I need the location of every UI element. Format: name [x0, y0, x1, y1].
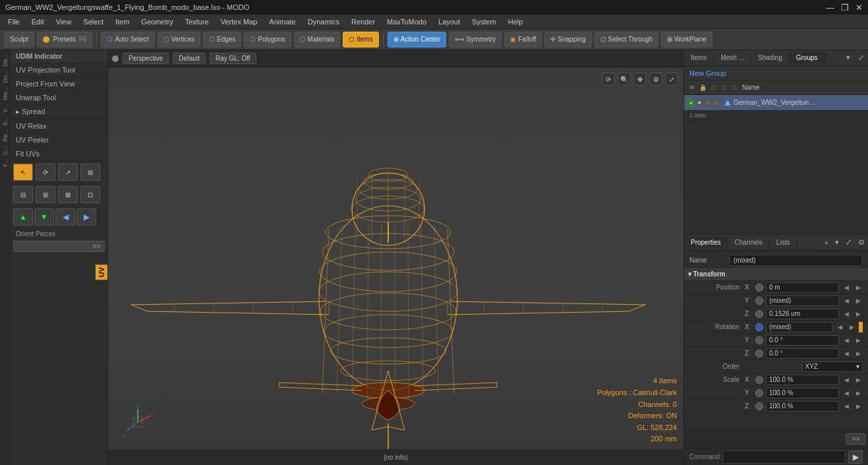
tab-lists[interactable]: Lists [770, 237, 797, 248]
scale-z-circle[interactable] [755, 402, 763, 410]
vis-dot-1[interactable]: □ [704, 99, 712, 107]
side-label-f[interactable]: F... [1, 158, 9, 168]
menu-texture[interactable]: Texture [180, 16, 214, 27]
sculpt-btn[interactable]: Sculpt [4, 32, 34, 47]
vp-pan-btn[interactable]: ✥ [633, 73, 647, 86]
rot-x-right-arr[interactable]: ▶ [847, 323, 856, 332]
tab-items[interactable]: Items [684, 52, 714, 63]
pos-z-input[interactable]: 0.1526 um [766, 309, 839, 319]
ray-gl-btn[interactable]: Ray GL: Off [210, 53, 256, 64]
scale-y-left-arr[interactable]: ◀ [842, 388, 851, 398]
icon-btn-8[interactable]: ⊡ [80, 186, 100, 203]
presets-btn[interactable]: Presets F6 [37, 32, 93, 47]
window-controls[interactable]: — ❐ ✕ [826, 3, 863, 13]
tool-project-from-view[interactable]: Project From View [11, 77, 108, 91]
tab-groups[interactable]: Groups [790, 52, 825, 63]
rot-x-input[interactable]: (mixed) [766, 322, 832, 332]
select-through-btn[interactable]: ⬡ Select Through [594, 32, 659, 47]
icon-btn-5[interactable]: ⊟ [13, 186, 33, 203]
props-expand-btn[interactable]: >> [846, 433, 865, 445]
side-label-de[interactable]: De... [1, 53, 9, 68]
tool-udim-indicator[interactable]: UDIM Indicator [11, 50, 108, 63]
tab-channels[interactable]: Channels [728, 237, 770, 248]
side-label-rel[interactable]: Re... [1, 128, 9, 143]
rot-y-circle[interactable] [755, 336, 763, 344]
menu-help[interactable]: Help [503, 16, 529, 27]
menu-render[interactable]: Render [346, 16, 380, 27]
polygons-btn[interactable]: ⬡ Polygons [244, 32, 291, 47]
rot-z-right-arr[interactable]: ▶ [854, 349, 863, 358]
side-label-v[interactable]: V... [1, 103, 9, 114]
vis-dot-2[interactable]: □ [712, 99, 720, 107]
vis-icon-2[interactable]: □ [718, 82, 729, 93]
scale-z-right-arr[interactable]: ▶ [854, 402, 863, 411]
menu-item[interactable]: Item [110, 16, 134, 27]
viewport-canvas[interactable]: X Y Z ⟳ 🔍 ✥ ⚙ ⤢ 4 Items Polygons : Catmu… [108, 67, 683, 465]
vis-icon-3[interactable]: □ [729, 82, 739, 93]
snapping-btn[interactable]: ✛ Snapping [544, 32, 591, 47]
rot-y-right-arr[interactable]: ▶ [854, 336, 863, 345]
tool-uv-peeler[interactable]: UV Peeler [11, 133, 108, 147]
menu-view[interactable]: View [51, 16, 77, 27]
right-top-expand-icon[interactable]: ⤢ [854, 51, 868, 64]
tool-fit-uvs[interactable]: Fit UVs [11, 147, 108, 161]
workplane-btn[interactable]: ⊞ WorkPlane [661, 32, 712, 47]
arrow-down-btn[interactable]: ▼ [34, 208, 54, 226]
right-top-dropdown-icon[interactable]: ▾ [842, 51, 854, 64]
tool-unwrap[interactable]: Unwrap Tool [11, 91, 108, 105]
auto-select-btn[interactable]: ⬡ Auto Select [101, 32, 154, 47]
scale-z-input[interactable]: 100.0 % [766, 401, 839, 412]
vp-settings-btn[interactable]: ⚙ [649, 73, 662, 86]
rot-x-circle[interactable] [755, 323, 763, 331]
rot-z-input[interactable]: 0.0 ° [766, 348, 839, 359]
side-label-du[interactable]: Du... [1, 69, 9, 84]
pos-z-left-arr[interactable]: ◀ [842, 309, 851, 319]
icon-btn-3[interactable]: ↗ [58, 164, 78, 181]
vis-dot-eye[interactable]: ● [687, 99, 695, 107]
command-input[interactable] [722, 450, 846, 464]
pos-x-left-arr[interactable]: ◀ [842, 283, 851, 292]
pos-y-input[interactable]: (mixed) [766, 295, 839, 306]
pos-z-circle[interactable] [755, 310, 763, 318]
menu-geometry[interactable]: Geometry [136, 16, 178, 27]
menu-layout[interactable]: Layout [433, 16, 465, 27]
lock-icon[interactable]: 🔒 [697, 82, 708, 93]
rot-z-left-arr[interactable]: ◀ [842, 349, 851, 358]
prop-dropdown-icon[interactable]: ▾ [832, 236, 842, 249]
icon-btn-6[interactable]: ⊞ [36, 186, 55, 203]
falloff-btn[interactable]: ◉ Falloff [504, 32, 542, 47]
tool-spread[interactable]: ▸ Spread [11, 105, 108, 119]
vp-rotate-btn[interactable]: ⟳ [602, 73, 615, 86]
minimize-btn[interactable]: — [826, 3, 834, 13]
rot-x-left-arr[interactable]: ◀ [835, 323, 844, 332]
maximize-btn[interactable]: ❐ [841, 3, 849, 13]
scale-y-input[interactable]: 100.0 % [766, 388, 839, 398]
arrow-left-btn[interactable]: ◀ [55, 208, 75, 226]
item-row-1[interactable]: ● ■ □ □ German_WW2_Vergeltun ... [684, 95, 868, 111]
icon-btn-7[interactable]: ⊠ [58, 186, 78, 203]
close-btn[interactable]: ✕ [855, 3, 863, 13]
icon-btn-2[interactable]: ⟳ [36, 164, 55, 181]
default-btn[interactable]: Default [173, 53, 206, 64]
uv-tab[interactable]: UV [96, 264, 107, 280]
icon-btn-4[interactable]: ⊞ [80, 164, 100, 181]
pos-y-circle[interactable] [755, 297, 763, 305]
menu-system[interactable]: System [467, 16, 502, 27]
rot-y-input[interactable]: 0.0 ° [766, 335, 839, 346]
prop-settings-icon[interactable]: ⚙ [855, 236, 868, 249]
eye-icon[interactable]: 👁 [687, 82, 697, 93]
arrow-up-btn[interactable]: ▲ [13, 208, 33, 226]
new-group-button[interactable]: New Group [689, 69, 726, 77]
scale-z-left-arr[interactable]: ◀ [842, 402, 851, 411]
menu-select[interactable]: Select [78, 16, 109, 27]
add-property-btn[interactable]: + [821, 237, 832, 249]
command-run-btn[interactable]: ▶ [848, 450, 863, 464]
perspective-btn[interactable]: Perspective [123, 53, 169, 64]
menu-edit[interactable]: Edit [26, 16, 49, 27]
transform-section[interactable]: ▾ Transform [684, 268, 868, 281]
tab-shading[interactable]: Shading [751, 52, 790, 63]
pos-y-right-arr[interactable]: ▶ [854, 296, 863, 305]
viewport[interactable]: Perspective Default Ray GL: Off [108, 50, 683, 465]
pos-x-input[interactable]: 0 m [766, 282, 839, 293]
rot-z-circle[interactable] [755, 350, 763, 357]
